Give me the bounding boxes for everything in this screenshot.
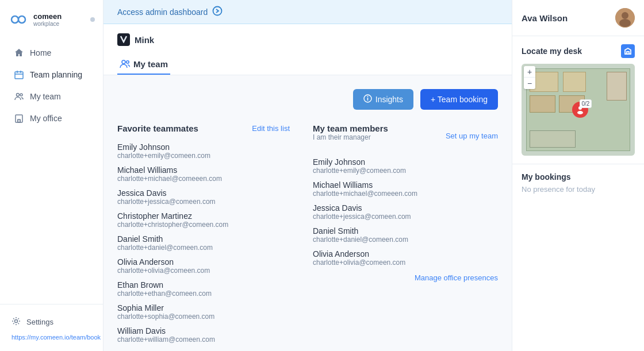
sidebar-item-team-planning[interactable]: Team planning [5,64,98,85]
favorite-member-item: Daniel Smith charlotte+daniel@comeen.com [117,234,290,252]
settings-item[interactable]: Settings [5,311,98,333]
content-area: Insights + Team booking Favorite teammat… [103,75,512,351]
team-header: My team members I am their manager Set u… [313,124,498,148]
team-member-name: Emily Johnson [313,157,498,167]
favorite-member-item: Emily Johnson charlotte+emily@comeen.com [117,142,290,160]
setup-team-link[interactable]: Set up my team [446,132,498,140]
locate-desk-section: Locate my desk + − [512,36,644,164]
sidebar-item-my-office[interactable]: My office [5,108,98,129]
settings-icon [12,317,21,327]
team-member-item: Daniel Smith charlotte+daniel@comeen.com [313,226,498,244]
favorites-list: Emily Johnson charlotte+emily@comeen.com… [117,142,290,344]
team-members-list: Emily Johnson charlotte+emily@comeen.com… [313,157,498,267]
sidebar-item-label-my-office: My office [30,114,62,123]
svg-point-20 [122,60,125,64]
desk-marker: 0/2 [572,102,588,118]
favorite-member-item: Jessica Davis charlotte+jessica@comeen.c… [117,188,290,206]
team-member-item: Michael Williams charlotte+michael@comee… [313,180,498,198]
svg-point-6 [17,94,20,97]
insights-button[interactable]: Insights [353,89,413,110]
user-header: Ava Wilson [512,0,644,36]
svg-rect-28 [627,52,629,54]
edit-list-link[interactable]: Edit this list [252,124,290,133]
favorite-member-email: charlotte+christopher@comeen.com [117,221,290,229]
bookings-title: My bookings [522,172,635,182]
user-name: Ava Wilson [522,13,568,23]
favorite-member-name: Emily Johnson [117,142,290,152]
team-member-email: charlotte+michael@comeeen.com [313,190,498,198]
favorite-member-name: Jessica Davis [117,188,290,198]
team-booking-label: + Team booking [431,95,488,104]
team-member-item: Emily Johnson charlotte+emily@comeen.com [313,157,498,175]
svg-point-30 [577,111,583,114]
tab-my-team[interactable]: My team [117,53,170,75]
sidebar-navigation: Home Team planning My team My office [0,37,103,304]
team-member-email: charlotte+jessica@comeen.com [313,213,498,221]
sidebar-item-home[interactable]: Home [5,43,98,63]
two-columns: Favorite teammates Edit this list Emily … [117,124,498,349]
workspace-header: Mink My team [103,24,512,75]
settings-label: Settings [26,318,53,326]
locate-title: Locate my desk [522,47,582,56]
map-controls: + − [524,66,535,89]
favorites-column: Favorite teammates Edit this list Emily … [117,124,290,349]
map-zoom-out[interactable]: − [524,78,535,89]
team-member-email: charlotte+daniel@comeen.com [313,236,498,244]
svg-point-1 [18,16,25,23]
insights-icon [363,94,372,105]
favorite-member-name: Ethan Brown [117,280,290,290]
no-presence-text: No presence for today [522,185,635,194]
team-member-name: Michael Williams [313,180,498,190]
sidebar-item-my-team[interactable]: My team [5,86,98,107]
favorite-member-name: Christopher Martinez [117,211,290,221]
team-subtitle: I am their manager [313,133,388,141]
team-member-name: Daniel Smith [313,226,498,236]
favorite-member-email: charlotte+emily@comeen.com [117,152,290,160]
favorite-member-item: Michael Williams charlotte+michael@comee… [117,165,290,183]
logo-dot [90,17,95,22]
manage-office-presences-link[interactable]: Manage office presences [313,273,498,282]
sidebar-url: https://my.comeen.io/team/book [5,333,98,344]
favorite-member-name: William Davis [117,326,290,335]
favorites-title: Favorite teammates [117,124,198,133]
favorite-member-item: Olivia Anderson charlotte+olivia@comeen.… [117,257,290,275]
svg-rect-11 [18,119,20,122]
svg-point-18 [15,320,18,323]
floor-map: + − 0/2 [522,64,635,156]
svg-point-21 [126,61,129,63]
team-member-name: Jessica Davis [313,203,498,213]
users-icon [14,91,24,102]
sidebar-item-label-team-planning: Team planning [30,70,82,79]
admin-banner[interactable]: Access admin dashboard [103,0,512,24]
favorites-header: Favorite teammates Edit this list [117,124,290,133]
favorite-member-email: charlotte+jessica@comeen.com [117,198,290,206]
calendar-icon [14,70,24,80]
team-booking-button[interactable]: + Team booking [420,89,498,110]
banner-arrow-icon [212,6,223,18]
svg-point-24 [367,96,368,97]
my-bookings-section: My bookings No presence for today [512,164,644,202]
sidebar-item-label-my-team: My team [30,92,61,101]
svg-point-26 [622,12,628,19]
building-icon [14,113,24,124]
main-content: Access admin dashboard Mink My [103,0,512,351]
marker-badge: 0/2 [580,99,592,108]
workspace-logo [117,33,130,46]
team-member-email: charlotte+emily@comeen.com [313,167,498,175]
svg-point-0 [12,16,18,23]
favorite-member-name: Olivia Anderson [117,257,290,267]
page-body: Mink My team Insights [103,24,512,351]
map-zoom-in[interactable]: + [524,66,535,78]
favorite-member-email: charlotte+sophia@comeen.com [117,313,290,321]
sidebar-item-label-home: Home [30,48,51,57]
home-icon [14,48,24,58]
user-avatar [615,8,635,28]
svg-point-27 [619,19,631,27]
favorite-member-email: charlotte+olivia@comeen.com [117,267,290,275]
team-member-name: Olivia Anderson [313,249,498,259]
tab-my-team-label: My team [133,59,168,69]
expand-map-button[interactable] [621,44,635,58]
team-member-item: Jessica Davis charlotte+jessica@comeen.c… [313,203,498,221]
insights-label: Insights [375,95,403,104]
favorite-member-email: charlotte+william@comeen.com [117,335,290,344]
